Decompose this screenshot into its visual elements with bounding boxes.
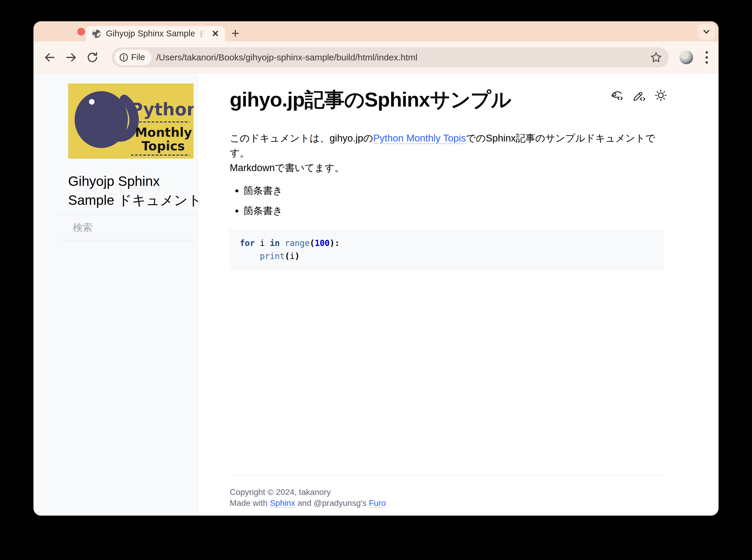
code-token: print [260, 251, 284, 261]
browser-menu-button[interactable] [704, 49, 710, 65]
code-token: range [285, 238, 310, 248]
code-token: in [270, 238, 280, 248]
code-token: ( [285, 251, 290, 261]
light-dark-toggle-icon[interactable] [654, 89, 667, 102]
sidebar-search[interactable] [58, 215, 197, 240]
search-input[interactable] [73, 222, 199, 233]
url-text[interactable]: /Users/takanori/Books/gihyojp-sphinx-sam… [156, 53, 650, 62]
address-bar[interactable]: File /Users/takanori/Books/gihyojp-sphin… [112, 47, 669, 67]
info-icon [119, 53, 128, 62]
page-action-icons [611, 89, 667, 102]
copyright-text: Copyright © 2024, takanory [230, 486, 665, 498]
new-tab-button[interactable]: + [226, 24, 244, 42]
code-block[interactable]: for i in range(100): print(i) [230, 229, 665, 271]
chevron-down-icon [702, 27, 711, 36]
sidebar: Python Monthly Topics Gihyojp Sphinx Sam… [34, 74, 198, 516]
article: gihyo.jp記事のSphinxサンプル このドキュメントは、gihyo.jp… [230, 74, 665, 271]
tab-close-icon[interactable]: ✕ [212, 29, 219, 38]
main-area: gihyo.jp記事のSphinxサンプル このドキュメントは、gihyo.jp… [198, 74, 718, 516]
back-button[interactable] [41, 48, 59, 66]
made-with-text: Made with Sphinx and @pradyunsg's Furo [230, 498, 665, 508]
footer-text: and @pradyunsg's [295, 498, 369, 507]
bullet-list: 箇条書き 箇条書き [230, 183, 665, 218]
close-window-button[interactable] [77, 28, 85, 36]
file-chip-label: File [131, 53, 145, 62]
list-item: 箇条書き [243, 183, 665, 198]
tab-search-chevron-button[interactable] [698, 24, 715, 40]
file-scheme-chip[interactable]: File [115, 50, 152, 65]
code-token: i [255, 238, 270, 248]
code-token: for [240, 238, 255, 248]
footer-text: Made with [230, 498, 270, 507]
list-item: 箇条書き [243, 203, 665, 218]
sphinx-link[interactable]: Sphinx [270, 498, 295, 507]
code-token: i [290, 251, 295, 261]
reload-button[interactable] [83, 48, 102, 66]
code-token: ) [295, 251, 300, 261]
paragraph-text: このドキュメントは、gihyo.jpの [230, 133, 373, 143]
svg-text:Topics: Topics [141, 139, 185, 153]
code-token: ): [330, 238, 340, 248]
code-token: ( [310, 238, 315, 248]
browser-tab[interactable]: Gihyojp Sphinx Sample ドキュ ✕ [86, 26, 225, 41]
view-source-icon[interactable] [611, 89, 624, 102]
code-token [280, 238, 285, 248]
profile-avatar[interactable] [679, 51, 693, 64]
svg-text:Python: Python [130, 99, 194, 120]
forward-icon [64, 51, 78, 64]
page-footer: Copyright © 2024, takanory Made with Sph… [230, 475, 665, 516]
code-token: 100 [315, 238, 330, 248]
project-title[interactable]: Gihyojp Sphinx Sample ドキュメント [68, 172, 202, 209]
page-title: gihyo.jp記事のSphinxサンプル [230, 87, 665, 112]
reload-icon [86, 51, 99, 64]
intro-paragraph: このドキュメントは、gihyo.jpのPython Monthly Topisで… [230, 131, 665, 175]
globe-favicon-icon [92, 29, 101, 39]
svg-text:Monthly: Monthly [135, 125, 192, 140]
back-icon [43, 51, 56, 64]
browser-window: Gihyojp Sphinx Sample ドキュ ✕ + [34, 21, 718, 516]
paragraph-text: Markdownで書いてます。 [230, 162, 344, 173]
python-monthly-topics-logo: Python Monthly Topics [68, 83, 194, 159]
code-token [240, 251, 260, 261]
browser-toolbar: File /Users/takanori/Books/gihyojp-sphin… [34, 41, 718, 74]
page-viewport: Python Monthly Topics Gihyojp Sphinx Sam… [34, 74, 718, 516]
edit-source-icon[interactable] [632, 89, 646, 102]
forward-button[interactable] [62, 48, 80, 66]
python-monthly-topics-link[interactable]: Python Monthly Topis [373, 133, 466, 143]
tab-strip: Gihyojp Sphinx Sample ドキュ ✕ + [34, 21, 718, 41]
furo-link[interactable]: Furo [369, 498, 386, 507]
tab-title: Gihyojp Sphinx Sample ドキュ [106, 28, 207, 40]
bookmark-star-icon[interactable] [650, 51, 662, 64]
